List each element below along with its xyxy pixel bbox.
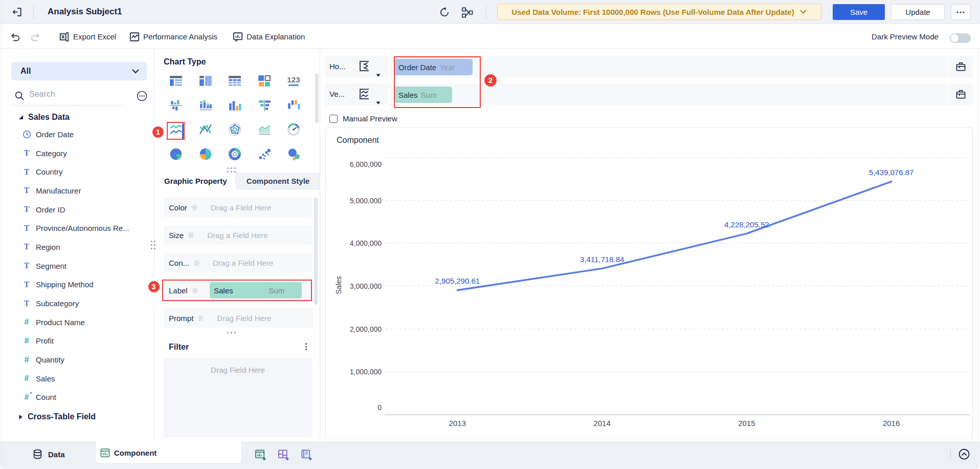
data-explanation-label: Data Explanation [247, 32, 305, 41]
chart-type-donut[interactable] [228, 147, 242, 161]
chart-type-area[interactable] [257, 122, 272, 137]
redo-button[interactable] [29, 31, 41, 42]
field-item-order-date[interactable]: Order Date [0, 125, 153, 144]
property-scrollbar[interactable] [314, 198, 318, 305]
field-item-sales[interactable]: # Sales [0, 369, 153, 388]
filter-drop-zone[interactable]: Drag Field Here [164, 358, 312, 437]
horizontal-axis-settings-button[interactable] [954, 60, 967, 73]
scope-selector[interactable]: All [11, 62, 147, 80]
property-row-color[interactable]: Color Drag a Field Here [164, 198, 313, 217]
chart-type-bubble[interactable] [286, 147, 301, 161]
gear-icon[interactable] [197, 314, 205, 322]
relation-view-button[interactable] [460, 6, 474, 19]
chart-type-line[interactable] [169, 122, 183, 137]
collapse-panel-button[interactable] [959, 449, 970, 460]
field-item-manufacturer[interactable]: T Manufacturer [0, 181, 153, 200]
manual-preview-label: Manual Preview [343, 114, 397, 123]
tab-component[interactable]: Component [95, 442, 242, 464]
tab-graphic-property[interactable]: Graphic Property [155, 173, 236, 189]
vertical-axis-settings-button[interactable] [954, 88, 967, 100]
manual-preview-checkbox-row[interactable]: Manual Preview [329, 114, 397, 123]
chart-type-range-column[interactable] [286, 98, 301, 113]
tab-data[interactable]: Data [33, 442, 65, 466]
field-item-quantity[interactable]: # Quantity [0, 350, 153, 369]
field-item-shipping-method[interactable]: T Shipping Method [0, 275, 153, 294]
field-item-order-id[interactable]: T Order ID [0, 200, 153, 219]
chart-type-stacked-column[interactable] [198, 98, 213, 113]
field-label: Count [36, 393, 56, 401]
data-explanation-button[interactable]: Data Explanation [233, 25, 305, 49]
property-row-connection[interactable]: Con... Drag a Field Here [164, 253, 313, 272]
exit-button[interactable] [8, 5, 26, 19]
horizontal-field-pill[interactable]: Order Date Year [394, 59, 473, 75]
chart-type-kpi-card[interactable] [257, 74, 272, 88]
chart-type-cross-table[interactable] [228, 74, 242, 88]
chart-type-radar[interactable] [228, 122, 242, 137]
circled-ellipsis-icon[interactable] [137, 91, 147, 101]
tab-label: Graphic Property [164, 177, 227, 185]
toolbox-icon [956, 62, 966, 71]
field-item-subcategory[interactable]: T Subcategory [0, 294, 153, 313]
chart-type-pie[interactable] [169, 147, 183, 161]
save-button[interactable]: Save [833, 4, 885, 20]
circled-chevron-up-icon [959, 449, 970, 460]
chart-type-detail-table[interactable] [169, 74, 183, 88]
export-excel-button[interactable]: Export Excel [59, 25, 116, 49]
vertical-axis-drop-zone[interactable] [390, 83, 948, 105]
component-panel: Component 6,000,0005,000,0004,000,0003,0… [325, 127, 973, 439]
more-actions-button[interactable] [951, 4, 970, 20]
field-item-category[interactable]: T Category [0, 144, 153, 163]
field-item-segment[interactable]: T Segment [0, 257, 153, 275]
chart-type-multi-pie[interactable] [198, 147, 213, 161]
chart-type-stream-line[interactable] [198, 122, 213, 137]
property-drag-handle[interactable] [227, 332, 238, 335]
gear-icon[interactable] [187, 231, 195, 239]
data-volume-banner[interactable]: Used Data Volume: First 10000,000 Rows (… [497, 4, 821, 20]
chart-type-scrollbar[interactable] [315, 73, 319, 123]
chart-type-indicator-123[interactable]: 123 [286, 74, 301, 88]
gear-icon[interactable] [193, 259, 201, 267]
undo-button[interactable] [9, 31, 21, 42]
vertical-field-pill[interactable]: Sales Sum [394, 87, 452, 103]
dark-preview-toggle[interactable] [950, 33, 971, 43]
property-row-size[interactable]: Size Drag a Field Here [164, 225, 313, 245]
add-dashboard-button[interactable] [277, 449, 289, 461]
panel-resize-handle[interactable] [151, 241, 157, 251]
tab-component-style[interactable]: Component Style [236, 173, 320, 189]
field-item-province[interactable]: T Province/Autonomous Re... [0, 219, 153, 238]
field-item-region[interactable]: T Region [0, 238, 153, 257]
chart-type-horizontal-bar[interactable] [257, 98, 272, 113]
horizontal-axis-drop-zone[interactable] [390, 56, 948, 78]
window-right-border [978, 49, 978, 442]
sidebar-group-sales-data[interactable]: Sales Data [0, 109, 153, 126]
performance-analysis-button[interactable]: Performance Analysis [129, 25, 217, 49]
filter-menu-button[interactable] [302, 342, 309, 352]
label-field-pill[interactable]: Sales Sum [210, 282, 302, 299]
chart-type-gauge[interactable] [286, 122, 301, 137]
gear-icon[interactable] [191, 287, 199, 294]
chart-type-bidirectional-bar[interactable] [169, 98, 183, 113]
point-label: 5,439,076.87 [869, 168, 914, 177]
vertical-axis-icon[interactable] [358, 88, 372, 101]
search-input[interactable] [29, 90, 111, 99]
field-item-country[interactable]: T Country [0, 162, 153, 181]
add-report-button[interactable] [300, 449, 313, 461]
gear-icon[interactable] [191, 204, 198, 211]
update-button[interactable]: Update [891, 4, 945, 20]
field-item-product-name[interactable]: # Product Name [0, 313, 153, 332]
sidebar-group-cross-table-field[interactable]: Cross-Table Field [0, 408, 153, 425]
horizontal-axis-icon[interactable] [358, 59, 372, 73]
chart-type-multi-series-column[interactable] [228, 98, 242, 113]
field-item-count[interactable]: #* Count [0, 388, 153, 407]
property-row-prompt[interactable]: Prompt Drag Field Here [164, 308, 313, 328]
property-row-label[interactable]: Label Sales Sum [164, 281, 313, 300]
caret-down-icon[interactable] [376, 101, 381, 105]
refresh-button[interactable] [438, 6, 451, 19]
chart-type-group-table[interactable] [198, 74, 213, 88]
sales-line-chart[interactable]: 6,000,0005,000,0004,000,0003,000,0002,00… [326, 128, 972, 438]
add-component-button[interactable] [254, 449, 266, 461]
chart-type-scatter[interactable] [257, 147, 272, 161]
checkbox[interactable] [329, 115, 338, 123]
caret-down-icon[interactable] [376, 74, 381, 77]
field-item-profit[interactable]: # Profit [0, 332, 153, 351]
